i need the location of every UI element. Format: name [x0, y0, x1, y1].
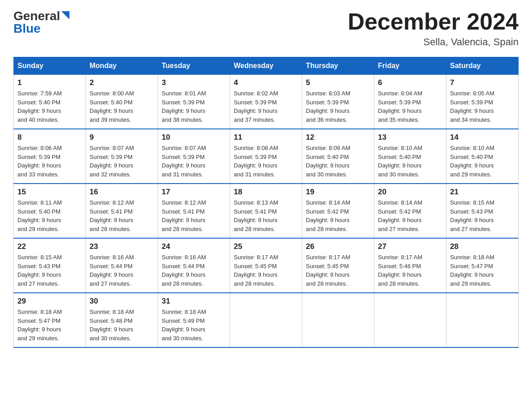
calendar-day-cell: 22 Sunrise: 8:15 AMSunset: 5:43 PMDaylig…: [14, 238, 86, 293]
calendar-day-cell: 11 Sunrise: 8:08 AMSunset: 5:39 PMDaylig…: [230, 129, 302, 184]
calendar-day-cell: 25 Sunrise: 8:17 AMSunset: 5:45 PMDaylig…: [230, 238, 302, 293]
day-info: Sunrise: 8:15 AMSunset: 5:43 PMDaylight:…: [17, 254, 62, 287]
calendar-day-cell: 1 Sunrise: 7:59 AMSunset: 5:40 PMDayligh…: [14, 75, 86, 129]
day-number: 21: [450, 188, 515, 197]
column-header-tuesday: Tuesday: [158, 57, 230, 75]
day-info: Sunrise: 8:10 AMSunset: 5:40 PMDaylight:…: [378, 145, 422, 178]
day-info: Sunrise: 8:13 AMSunset: 5:41 PMDaylight:…: [234, 199, 278, 232]
calendar-day-cell: 24 Sunrise: 8:16 AMSunset: 5:44 PMDaylig…: [158, 238, 230, 293]
calendar-day-cell: 10 Sunrise: 8:07 AMSunset: 5:39 PMDaylig…: [158, 129, 230, 184]
calendar-week-row: 29 Sunrise: 8:18 AMSunset: 5:47 PMDaylig…: [14, 293, 519, 347]
calendar-day-cell: [374, 293, 446, 347]
day-number: 14: [450, 133, 515, 142]
day-info: Sunrise: 8:06 AMSunset: 5:39 PMDaylight:…: [17, 145, 62, 178]
day-number: 31: [162, 297, 226, 306]
day-number: 18: [234, 188, 298, 197]
logo-triangle-icon: [61, 11, 69, 21]
column-header-monday: Monday: [86, 57, 158, 75]
day-info: Sunrise: 8:15 AMSunset: 5:43 PMDaylight:…: [450, 199, 494, 232]
calendar-day-cell: 6 Sunrise: 8:04 AMSunset: 5:39 PMDayligh…: [374, 75, 446, 129]
day-info: Sunrise: 8:08 AMSunset: 5:39 PMDaylight:…: [234, 145, 278, 178]
calendar-day-cell: 27 Sunrise: 8:17 AMSunset: 5:46 PMDaylig…: [374, 238, 446, 293]
page-title: December 2024: [348, 9, 519, 34]
day-info: Sunrise: 8:18 AMSunset: 5:47 PMDaylight:…: [17, 308, 62, 342]
day-number: 4: [234, 78, 298, 87]
day-number: 26: [306, 242, 370, 251]
day-number: 7: [450, 78, 515, 87]
calendar-day-cell: 9 Sunrise: 8:07 AMSunset: 5:39 PMDayligh…: [86, 129, 158, 184]
title-block: December 2024 Sella, Valencia, Spain: [348, 9, 519, 48]
day-info: Sunrise: 8:17 AMSunset: 5:46 PMDaylight:…: [378, 254, 422, 287]
calendar-day-cell: 17 Sunrise: 8:12 AMSunset: 5:41 PMDaylig…: [158, 184, 230, 238]
day-info: Sunrise: 8:17 AMSunset: 5:45 PMDaylight:…: [234, 254, 278, 287]
day-number: 10: [162, 133, 226, 142]
day-info: Sunrise: 8:18 AMSunset: 5:47 PMDaylight:…: [450, 254, 494, 287]
calendar-day-cell: 3 Sunrise: 8:01 AMSunset: 5:39 PMDayligh…: [158, 75, 230, 129]
column-header-friday: Friday: [374, 57, 446, 75]
day-number: 17: [162, 188, 226, 197]
day-number: 15: [17, 188, 82, 197]
calendar-day-cell: [230, 293, 302, 347]
page-subtitle: Sella, Valencia, Spain: [348, 36, 519, 48]
calendar-day-cell: 21 Sunrise: 8:15 AMSunset: 5:43 PMDaylig…: [446, 184, 519, 238]
day-info: Sunrise: 8:00 AMSunset: 5:40 PMDaylight:…: [90, 90, 134, 123]
day-number: 16: [90, 188, 154, 197]
day-number: 30: [90, 297, 154, 306]
logo-bottom-line: Blue: [13, 21, 41, 36]
logo: General Blue: [13, 9, 69, 36]
page-header: General Blue December 2024 Sella, Valenc…: [13, 9, 519, 48]
calendar-week-row: 22 Sunrise: 8:15 AMSunset: 5:43 PMDaylig…: [14, 238, 519, 293]
calendar-day-cell: 29 Sunrise: 8:18 AMSunset: 5:47 PMDaylig…: [14, 293, 86, 347]
calendar-week-row: 8 Sunrise: 8:06 AMSunset: 5:39 PMDayligh…: [14, 129, 519, 184]
calendar-day-cell: 20 Sunrise: 8:14 AMSunset: 5:42 PMDaylig…: [374, 184, 446, 238]
day-info: Sunrise: 8:18 AMSunset: 5:49 PMDaylight:…: [162, 308, 206, 342]
day-info: Sunrise: 8:14 AMSunset: 5:42 PMDaylight:…: [306, 199, 350, 232]
calendar-day-cell: 12 Sunrise: 8:09 AMSunset: 5:40 PMDaylig…: [302, 129, 374, 184]
column-header-thursday: Thursday: [302, 57, 374, 75]
day-number: 29: [17, 297, 82, 306]
day-info: Sunrise: 8:02 AMSunset: 5:39 PMDaylight:…: [234, 90, 278, 123]
day-info: Sunrise: 8:04 AMSunset: 5:39 PMDaylight:…: [378, 90, 422, 123]
day-info: Sunrise: 8:10 AMSunset: 5:40 PMDaylight:…: [450, 145, 494, 178]
day-number: 22: [17, 242, 82, 251]
day-info: Sunrise: 8:12 AMSunset: 5:41 PMDaylight:…: [90, 199, 134, 232]
calendar-day-cell: 16 Sunrise: 8:12 AMSunset: 5:41 PMDaylig…: [86, 184, 158, 238]
svg-marker-0: [61, 11, 69, 19]
calendar-day-cell: [446, 293, 519, 347]
day-info: Sunrise: 8:18 AMSunset: 5:48 PMDaylight:…: [90, 308, 134, 342]
calendar-week-row: 1 Sunrise: 7:59 AMSunset: 5:40 PMDayligh…: [14, 75, 519, 129]
calendar-day-cell: 13 Sunrise: 8:10 AMSunset: 5:40 PMDaylig…: [374, 129, 446, 184]
day-number: 25: [234, 242, 298, 251]
calendar-day-cell: 5 Sunrise: 8:03 AMSunset: 5:39 PMDayligh…: [302, 75, 374, 129]
day-info: Sunrise: 8:03 AMSunset: 5:39 PMDaylight:…: [306, 90, 350, 123]
calendar-header-row: SundayMondayTuesdayWednesdayThursdayFrid…: [14, 57, 519, 75]
day-number: 19: [306, 188, 370, 197]
day-info: Sunrise: 8:11 AMSunset: 5:40 PMDaylight:…: [17, 199, 62, 232]
calendar-day-cell: 26 Sunrise: 8:17 AMSunset: 5:45 PMDaylig…: [302, 238, 374, 293]
calendar-day-cell: 4 Sunrise: 8:02 AMSunset: 5:39 PMDayligh…: [230, 75, 302, 129]
day-info: Sunrise: 8:09 AMSunset: 5:40 PMDaylight:…: [306, 145, 350, 178]
calendar-table: SundayMondayTuesdayWednesdayThursdayFrid…: [13, 57, 519, 348]
calendar-day-cell: [302, 293, 374, 347]
calendar-day-cell: 14 Sunrise: 8:10 AMSunset: 5:40 PMDaylig…: [446, 129, 519, 184]
day-info: Sunrise: 8:12 AMSunset: 5:41 PMDaylight:…: [162, 199, 206, 232]
day-number: 6: [378, 78, 442, 87]
calendar-day-cell: 31 Sunrise: 8:18 AMSunset: 5:49 PMDaylig…: [158, 293, 230, 347]
calendar-day-cell: 19 Sunrise: 8:14 AMSunset: 5:42 PMDaylig…: [302, 184, 374, 238]
day-number: 8: [17, 133, 82, 142]
day-info: Sunrise: 8:07 AMSunset: 5:39 PMDaylight:…: [162, 145, 206, 178]
day-number: 20: [378, 188, 442, 197]
day-info: Sunrise: 8:07 AMSunset: 5:39 PMDaylight:…: [90, 145, 134, 178]
calendar-week-row: 15 Sunrise: 8:11 AMSunset: 5:40 PMDaylig…: [14, 184, 519, 238]
day-number: 28: [450, 242, 515, 251]
day-number: 23: [90, 242, 154, 251]
day-info: Sunrise: 8:14 AMSunset: 5:42 PMDaylight:…: [378, 199, 422, 232]
day-number: 5: [306, 78, 370, 87]
day-info: Sunrise: 8:16 AMSunset: 5:44 PMDaylight:…: [90, 254, 134, 287]
day-info: Sunrise: 8:05 AMSunset: 5:39 PMDaylight:…: [450, 90, 494, 123]
day-number: 13: [378, 133, 442, 142]
day-info: Sunrise: 8:17 AMSunset: 5:45 PMDaylight:…: [306, 254, 350, 287]
day-number: 24: [162, 242, 226, 251]
calendar-day-cell: 7 Sunrise: 8:05 AMSunset: 5:39 PMDayligh…: [446, 75, 519, 129]
column-header-sunday: Sunday: [14, 57, 86, 75]
